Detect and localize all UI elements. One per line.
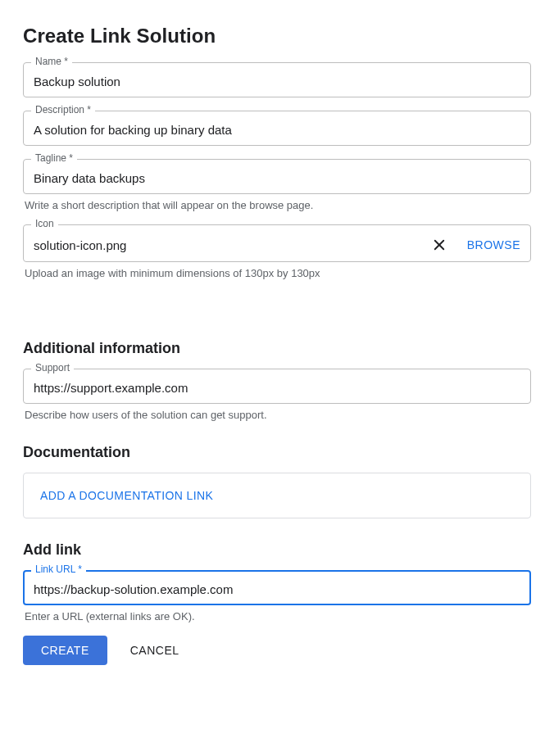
description-field-container: Description *	[23, 111, 531, 146]
description-input[interactable]	[34, 123, 520, 137]
description-field-outline[interactable]	[23, 111, 531, 146]
support-helper: Describe how users of the solution can g…	[23, 409, 531, 421]
browse-button[interactable]: BROWSE	[467, 238, 520, 251]
page-title: Create Link Solution	[23, 25, 531, 48]
additional-info-title: Additional information	[23, 340, 531, 357]
icon-label: Icon	[31, 218, 58, 229]
name-label: Name *	[31, 56, 72, 67]
icon-filename: solution-icon.png	[34, 238, 431, 252]
create-button[interactable]: CREATE	[23, 636, 107, 665]
link-url-label: Link URL *	[31, 564, 86, 575]
link-url-helper: Enter a URL (external links are OK).	[23, 610, 531, 622]
name-input[interactable]	[34, 75, 520, 88]
support-field-outline[interactable]	[23, 369, 531, 404]
icon-field-container: Icon solution-icon.png BROWSE	[23, 224, 531, 262]
link-url-field-container: Link URL *	[23, 570, 531, 605]
documentation-box: ADD A DOCUMENTATION LINK	[23, 473, 531, 518]
support-field-container: Support	[23, 369, 531, 404]
tagline-field-container: Tagline *	[23, 159, 531, 194]
button-row: CREATE CANCEL	[23, 636, 531, 665]
add-documentation-link-button[interactable]: ADD A DOCUMENTATION LINK	[40, 489, 213, 502]
icon-field-outline: solution-icon.png BROWSE	[23, 224, 531, 262]
description-label: Description *	[31, 104, 95, 115]
close-icon[interactable]	[431, 237, 447, 253]
add-link-title: Add link	[23, 541, 531, 559]
name-field-container: Name *	[23, 62, 531, 97]
icon-helper: Upload an image with minimum dimensions …	[23, 267, 531, 279]
cancel-button[interactable]: CANCEL	[130, 644, 179, 657]
support-input[interactable]	[34, 381, 520, 395]
documentation-title: Documentation	[23, 444, 531, 461]
link-url-field-outline[interactable]	[23, 570, 531, 605]
tagline-field-outline[interactable]	[23, 159, 531, 194]
tagline-label: Tagline *	[31, 152, 77, 164]
tagline-input[interactable]	[34, 171, 520, 185]
link-url-input[interactable]	[34, 582, 520, 596]
support-label: Support	[31, 362, 74, 373]
tagline-helper: Write a short description that will appe…	[23, 199, 531, 211]
name-field-outline[interactable]	[23, 62, 531, 97]
